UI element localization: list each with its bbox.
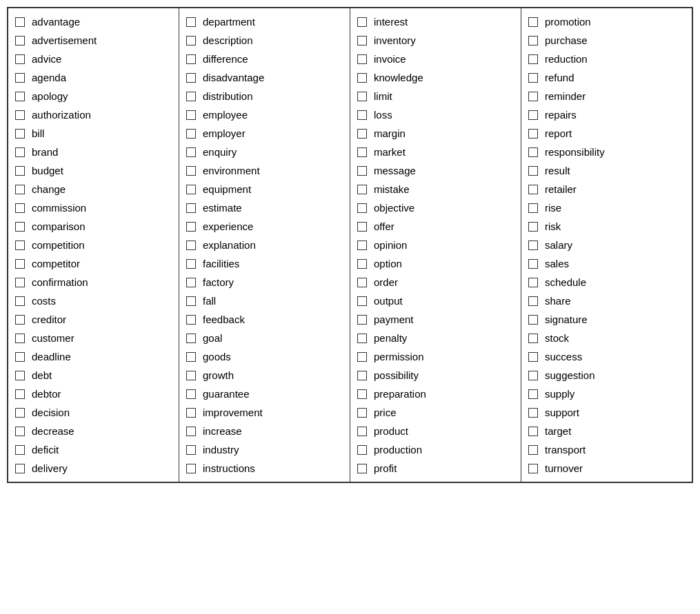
list-item[interactable]: budget xyxy=(8,161,179,180)
list-item[interactable]: debt xyxy=(8,366,179,385)
checkbox-icon[interactable] xyxy=(357,73,367,83)
list-item[interactable]: competition xyxy=(8,236,179,254)
checkbox-icon[interactable] xyxy=(15,241,25,250)
list-item[interactable]: rise xyxy=(521,198,692,217)
checkbox-icon[interactable] xyxy=(15,185,25,194)
checkbox-icon[interactable] xyxy=(528,427,538,436)
list-item[interactable]: description xyxy=(179,31,350,50)
list-item[interactable]: sales xyxy=(521,254,692,273)
checkbox-icon[interactable] xyxy=(528,185,538,194)
checkbox-icon[interactable] xyxy=(528,92,538,101)
list-item[interactable]: change xyxy=(8,180,179,198)
list-item[interactable]: suggestion xyxy=(521,366,692,385)
checkbox-icon[interactable] xyxy=(15,408,25,418)
checkbox-icon[interactable] xyxy=(357,110,367,120)
list-item[interactable]: agenda xyxy=(8,68,179,87)
checkbox-icon[interactable] xyxy=(357,54,367,64)
list-item[interactable]: offer xyxy=(350,217,521,236)
list-item[interactable]: knowledge xyxy=(350,68,521,87)
checkbox-icon[interactable] xyxy=(186,464,196,473)
checkbox-icon[interactable] xyxy=(15,464,25,473)
list-item[interactable]: employee xyxy=(179,105,350,124)
list-item[interactable]: turnover xyxy=(521,459,692,478)
checkbox-icon[interactable] xyxy=(186,166,196,176)
list-item[interactable]: growth xyxy=(179,366,350,385)
list-item[interactable]: share xyxy=(521,291,692,310)
checkbox-icon[interactable] xyxy=(15,259,25,269)
checkbox-icon[interactable] xyxy=(528,110,538,120)
checkbox-icon[interactable] xyxy=(15,278,25,287)
checkbox-icon[interactable] xyxy=(528,17,538,27)
list-item[interactable]: production xyxy=(350,440,521,459)
list-item[interactable]: result xyxy=(521,161,692,180)
list-item[interactable]: increase xyxy=(179,422,350,440)
list-item[interactable]: explanation xyxy=(179,236,350,254)
list-item[interactable]: distribution xyxy=(179,87,350,105)
checkbox-icon[interactable] xyxy=(186,147,196,157)
list-item[interactable]: instructions xyxy=(179,459,350,478)
checkbox-icon[interactable] xyxy=(186,315,196,325)
list-item[interactable]: decrease xyxy=(8,422,179,440)
checkbox-icon[interactable] xyxy=(357,334,367,343)
list-item[interactable]: deadline xyxy=(8,347,179,366)
list-item[interactable]: department xyxy=(179,12,350,31)
checkbox-icon[interactable] xyxy=(186,352,196,362)
list-item[interactable]: risk xyxy=(521,217,692,236)
list-item[interactable]: goal xyxy=(179,329,350,347)
list-item[interactable]: output xyxy=(350,291,521,310)
checkbox-icon[interactable] xyxy=(186,408,196,418)
checkbox-icon[interactable] xyxy=(186,241,196,250)
list-item[interactable]: order xyxy=(350,273,521,291)
checkbox-icon[interactable] xyxy=(528,464,538,473)
list-item[interactable]: experience xyxy=(179,217,350,236)
list-item[interactable]: preparation xyxy=(350,385,521,403)
checkbox-icon[interactable] xyxy=(186,129,196,139)
checkbox-icon[interactable] xyxy=(528,389,538,399)
list-item[interactable]: salary xyxy=(521,236,692,254)
list-item[interactable]: facilities xyxy=(179,254,350,273)
list-item[interactable]: factory xyxy=(179,273,350,291)
list-item[interactable]: inventory xyxy=(350,31,521,50)
checkbox-icon[interactable] xyxy=(15,73,25,83)
list-item[interactable]: apology xyxy=(8,87,179,105)
list-item[interactable]: signature xyxy=(521,310,692,329)
list-item[interactable]: reduction xyxy=(521,50,692,68)
list-item[interactable]: retailer xyxy=(521,180,692,198)
checkbox-icon[interactable] xyxy=(186,17,196,27)
checkbox-icon[interactable] xyxy=(528,73,538,83)
list-item[interactable]: refund xyxy=(521,68,692,87)
checkbox-icon[interactable] xyxy=(528,147,538,157)
list-item[interactable]: improvement xyxy=(179,403,350,422)
checkbox-icon[interactable] xyxy=(15,17,25,27)
checkbox-icon[interactable] xyxy=(528,296,538,306)
checkbox-icon[interactable] xyxy=(15,352,25,362)
checkbox-icon[interactable] xyxy=(528,54,538,64)
list-item[interactable]: reminder xyxy=(521,87,692,105)
list-item[interactable]: objective xyxy=(350,198,521,217)
list-item[interactable]: competitor xyxy=(8,254,179,273)
list-item[interactable]: advice xyxy=(8,50,179,68)
checkbox-icon[interactable] xyxy=(15,129,25,139)
checkbox-icon[interactable] xyxy=(528,36,538,45)
list-item[interactable]: comparison xyxy=(8,217,179,236)
checkbox-icon[interactable] xyxy=(357,408,367,418)
list-item[interactable]: option xyxy=(350,254,521,273)
checkbox-icon[interactable] xyxy=(528,203,538,213)
checkbox-icon[interactable] xyxy=(15,296,25,306)
checkbox-icon[interactable] xyxy=(186,389,196,399)
checkbox-icon[interactable] xyxy=(357,445,367,455)
checkbox-icon[interactable] xyxy=(528,222,538,232)
checkbox-icon[interactable] xyxy=(15,389,25,399)
checkbox-icon[interactable] xyxy=(528,278,538,287)
checkbox-icon[interactable] xyxy=(15,54,25,64)
checkbox-icon[interactable] xyxy=(528,241,538,250)
list-item[interactable]: repairs xyxy=(521,105,692,124)
checkbox-icon[interactable] xyxy=(357,296,367,306)
list-item[interactable]: target xyxy=(521,422,692,440)
list-item[interactable]: profit xyxy=(350,459,521,478)
list-item[interactable]: limit xyxy=(350,87,521,105)
list-item[interactable]: possibility xyxy=(350,366,521,385)
list-item[interactable]: delivery xyxy=(8,459,179,478)
checkbox-icon[interactable] xyxy=(528,352,538,362)
checkbox-icon[interactable] xyxy=(357,259,367,269)
